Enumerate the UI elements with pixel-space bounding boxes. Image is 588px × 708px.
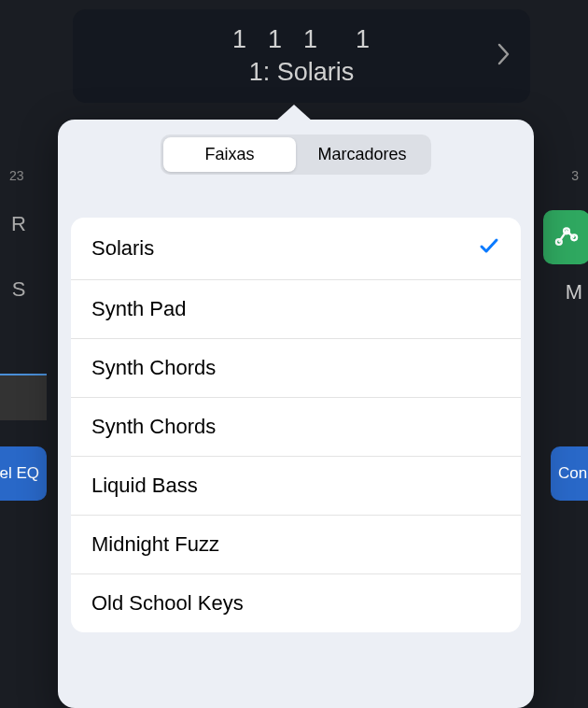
track-list: Solaris Synth Pad Synth Chords Synth Cho… — [71, 218, 521, 632]
checkmark-icon — [478, 234, 500, 262]
list-item[interactable]: Solaris — [71, 218, 521, 280]
list-item[interactable]: Synth Pad — [71, 280, 521, 339]
mute-button[interactable]: M — [551, 280, 588, 304]
tab-tracks[interactable]: Faixas — [163, 137, 296, 172]
track-name: Solaris — [91, 236, 154, 261]
tab-label: Marcadores — [317, 145, 406, 163]
plugin-label: el EQ — [0, 464, 39, 483]
track-name: Liquid Bass — [91, 474, 198, 498]
automation-icon — [553, 222, 580, 253]
track-name: Old School Keys — [91, 591, 244, 616]
list-item[interactable]: Midnight Fuzz — [71, 516, 521, 574]
ruler-tick-left: 23 — [9, 168, 24, 187]
solo-button[interactable]: S — [0, 262, 37, 318]
record-enable-button[interactable]: R — [0, 196, 37, 252]
channel-eq-plugin-slot[interactable]: el EQ — [0, 446, 47, 501]
track-control-column: R S — [0, 196, 47, 327]
tab-label: Faixas — [204, 145, 254, 163]
list-item[interactable]: Synth Chords — [71, 398, 521, 457]
selected-track-header[interactable] — [0, 374, 47, 420]
track-name: Synth Pad — [91, 297, 187, 321]
ruler-tick-right: 3 — [571, 168, 579, 187]
track-picker-popover: Faixas Marcadores Solaris Synth Pad Synt… — [58, 120, 534, 708]
track-name: Synth Chords — [91, 356, 216, 380]
automation-toggle[interactable] — [543, 210, 588, 264]
tab-markers[interactable]: Marcadores — [296, 137, 428, 172]
chevron-right-icon[interactable] — [497, 42, 511, 70]
list-item[interactable]: Old School Keys — [71, 574, 521, 632]
list-item[interactable]: Liquid Bass — [71, 457, 521, 516]
compressor-plugin-slot[interactable]: Con — [551, 446, 588, 501]
popover-arrow — [275, 105, 313, 121]
list-item[interactable]: Synth Chords — [71, 339, 521, 398]
track-name: Synth Chords — [91, 415, 216, 439]
position-display: 1 1 1 1 — [232, 25, 371, 54]
plugin-label: Con — [558, 464, 587, 483]
segmented-control: Faixas Marcadores — [161, 135, 431, 175]
track-name: Midnight Fuzz — [91, 532, 219, 557]
lcd-display[interactable]: 1 1 1 1 1: Solaris — [73, 9, 530, 103]
current-track-label: 1: Solaris — [249, 58, 355, 87]
